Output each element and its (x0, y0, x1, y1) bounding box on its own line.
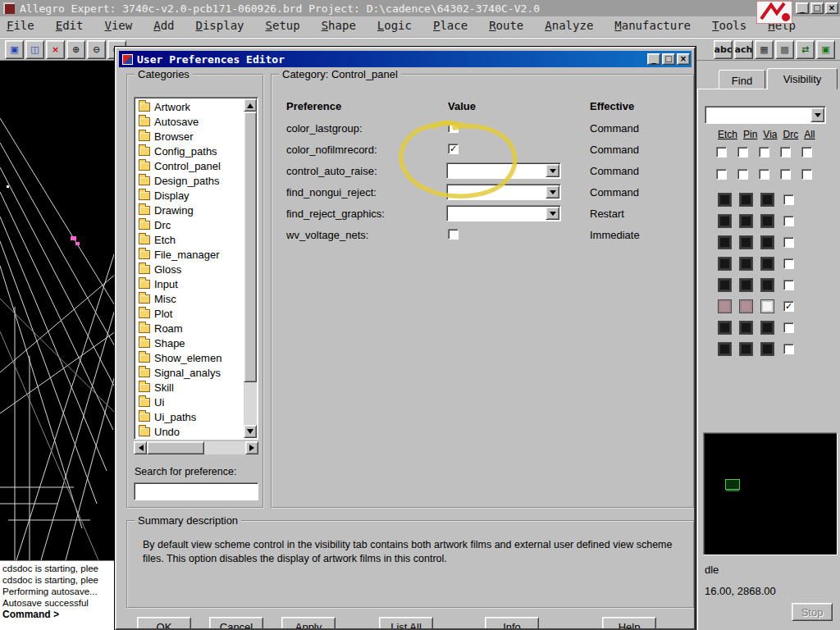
layer-swatch[interactable] (718, 299, 732, 313)
tree-item-plot[interactable]: Plot (136, 306, 243, 321)
window-minimize-button[interactable]: _ (796, 2, 809, 14)
column-link-pin[interactable]: Pin (743, 129, 757, 140)
layer-swatch[interactable] (718, 321, 732, 335)
layer-checkbox[interactable] (783, 280, 794, 290)
visibility-checkbox[interactable] (801, 147, 812, 158)
toolbar-color-icon[interactable]: ▣ (816, 40, 835, 59)
tree-item-ui_paths[interactable]: Ui_paths (136, 409, 243, 424)
menu-edit[interactable]: Edit (56, 19, 84, 32)
tree-item-artwork[interactable]: Artwork (136, 99, 243, 114)
dropdown-button[interactable] (546, 207, 559, 220)
column-link-etch[interactable]: Etch (718, 129, 737, 140)
tree-item-drc[interactable]: Drc (136, 217, 243, 232)
column-link-via[interactable]: Via (763, 129, 777, 140)
tree-hscroll-thumb[interactable] (147, 441, 204, 454)
layer-swatch[interactable] (718, 342, 732, 356)
preference-checkbox[interactable]: ✓ (448, 144, 459, 154)
layer-swatch[interactable] (739, 214, 753, 228)
tree-item-etch[interactable]: Etch (136, 232, 243, 247)
tab-visibility[interactable]: Visibility (767, 68, 838, 89)
layer-swatch[interactable] (718, 257, 732, 271)
menu-manufacture[interactable]: Manufacture (614, 19, 691, 32)
layer-swatch[interactable] (760, 214, 774, 228)
layer-swatch[interactable] (760, 299, 774, 313)
dropdown-button[interactable] (546, 164, 559, 177)
layer-swatch[interactable] (739, 235, 753, 249)
layer-swatch[interactable] (739, 299, 753, 313)
layer-swatch[interactable] (739, 257, 753, 271)
toolbar-windows-tile-icon[interactable]: ◫ (25, 40, 44, 59)
layer-swatch[interactable] (739, 193, 753, 207)
ok-button[interactable]: OK (137, 617, 191, 630)
menu-display[interactable]: Display (196, 19, 244, 32)
layer-checkbox[interactable] (783, 237, 794, 248)
help-button[interactable]: Help (602, 617, 656, 630)
layer-checkbox[interactable] (783, 258, 794, 269)
visibility-checkbox[interactable] (780, 169, 791, 180)
tree-item-drawing[interactable]: Drawing (136, 203, 243, 217)
menu-place[interactable]: Place (433, 19, 468, 32)
pcb-canvas[interactable] (0, 61, 116, 560)
visibility-checkbox[interactable] (759, 169, 769, 180)
layer-swatch[interactable] (718, 193, 732, 207)
tree-item-autosave[interactable]: Autosave (136, 114, 243, 129)
layer-checkbox[interactable] (783, 216, 794, 226)
tree-item-skill[interactable]: Skill (136, 380, 243, 395)
tree-item-misc[interactable]: Misc (136, 291, 243, 306)
view-selector-dropdown-button[interactable] (810, 107, 824, 122)
toolbar-windows-cascade-icon[interactable]: ▣ (5, 40, 24, 59)
preference-checkbox[interactable] (448, 122, 459, 133)
menu-route[interactable]: Route (489, 19, 523, 32)
tab-find[interactable]: Find (719, 70, 765, 89)
dialog-close-button[interactable]: × (677, 53, 690, 65)
tree-item-config_paths[interactable]: Config_paths (136, 144, 243, 158)
window-maximize-button[interactable]: □ (810, 2, 824, 14)
scroll-left-button[interactable] (134, 441, 147, 454)
layer-swatch[interactable] (760, 342, 774, 356)
dialog-titlebar[interactable]: User Preferences Editor _□× (119, 51, 692, 67)
toolbar-delete-icon[interactable]: × (46, 40, 65, 59)
visibility-checkbox[interactable] (716, 147, 727, 158)
visibility-checkbox[interactable] (737, 147, 748, 158)
tree-item-roam[interactable]: Roam (136, 321, 243, 336)
tree-item-gloss[interactable]: Gloss (136, 262, 243, 276)
column-link-all[interactable]: All (804, 129, 815, 140)
scroll-down-button[interactable] (244, 425, 257, 438)
menu-file[interactable]: File (7, 19, 34, 32)
dialog-minimize-button[interactable]: _ (647, 53, 660, 65)
tree-item-design_paths[interactable]: Design_paths (136, 173, 243, 188)
layer-checkbox[interactable]: ✓ (783, 301, 794, 312)
tree-item-signal_analys[interactable]: Signal_analys (136, 365, 243, 380)
tree-vscroll-thumb[interactable] (244, 112, 257, 382)
layer-checkbox[interactable] (783, 194, 794, 205)
tree-item-file_manager[interactable]: File_manager (136, 247, 243, 262)
toolbar-shadow-mode-icon[interactable]: ▩ (775, 40, 794, 59)
layer-checkbox[interactable] (783, 344, 794, 354)
visibility-checkbox[interactable] (716, 169, 727, 180)
tree-item-input[interactable]: Input (136, 276, 243, 291)
tree-item-display[interactable]: Display (136, 188, 243, 203)
tree-horizontal-scrollbar[interactable] (134, 441, 258, 454)
layer-checkbox[interactable] (783, 322, 794, 333)
layer-swatch[interactable] (718, 214, 732, 228)
menu-logic[interactable]: Logic (377, 19, 412, 32)
command-prompt[interactable]: Command > (2, 609, 113, 621)
cancel-button[interactable]: Cancel (209, 617, 263, 630)
search-input[interactable] (134, 482, 258, 500)
visibility-checkbox[interactable] (759, 147, 769, 158)
list-all-button[interactable]: List All (379, 617, 433, 630)
preference-dropdown[interactable] (446, 162, 561, 179)
menu-shape[interactable]: Shape (322, 19, 356, 32)
dialog-maximize-button[interactable]: □ (662, 53, 675, 65)
toolbar-grid-icon[interactable]: ▦ (755, 40, 774, 59)
layer-swatch[interactable] (718, 235, 732, 249)
window-close-button[interactable]: × (825, 2, 838, 14)
tree-vertical-scrollbar[interactable] (244, 98, 257, 438)
tree-item-shape[interactable]: Shape (136, 336, 243, 350)
layer-swatch[interactable] (718, 278, 732, 292)
preference-dropdown[interactable] (446, 205, 561, 221)
visibility-checkbox[interactable] (737, 169, 748, 180)
toolbar-swap-icon[interactable]: ⇄ (796, 40, 815, 59)
view-selector[interactable] (705, 106, 826, 124)
menu-setup[interactable]: Setup (266, 19, 300, 32)
